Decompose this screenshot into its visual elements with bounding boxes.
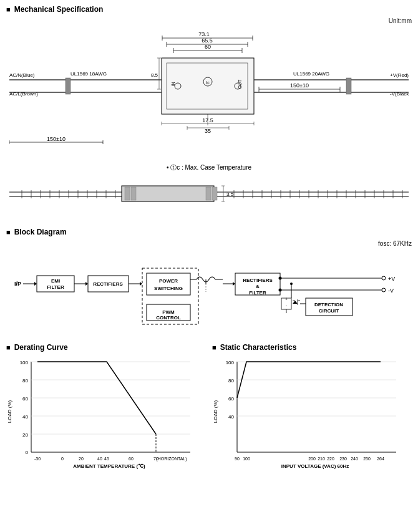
mechanical-drawing: 73.1 65.5 60 150±10 tc IN OUT 8.5 — [9, 27, 409, 161]
svg-text:220: 220 — [327, 457, 334, 461]
svg-text:240: 240 — [351, 457, 358, 461]
svg-text:UL1569 18AWG: UL1569 18AWG — [70, 71, 107, 77]
svg-rect-39 — [66, 78, 70, 94]
unit-label: Unit:mm — [6, 17, 412, 24]
static-characteristics-svg: 100 80 60 40 90 100 200 210 220 230 240 … — [212, 355, 402, 471]
svg-text:CONTROL: CONTROL — [156, 315, 181, 321]
svg-text:&: & — [256, 284, 260, 289]
svg-text:I/P: I/P — [14, 281, 21, 287]
svg-text:PWM: PWM — [162, 309, 175, 315]
svg-text:60: 60 — [22, 396, 28, 402]
svg-text:EMI: EMI — [51, 278, 60, 284]
svg-text:200: 200 — [308, 457, 316, 461]
svg-text:(HORIZONTAL): (HORIZONTAL) — [156, 457, 187, 462]
svg-text:-30: -30 — [34, 457, 41, 461]
svg-rect-69 — [206, 187, 211, 200]
svg-text:LOAD (%): LOAD (%) — [213, 400, 218, 423]
svg-point-140 — [382, 276, 386, 280]
static-characteristics-container: Static Characteristics 100 80 60 40 90 1… — [212, 343, 412, 472]
svg-text:8.5: 8.5 — [151, 72, 158, 78]
svg-text:80: 80 — [228, 378, 234, 384]
svg-marker-120 — [233, 282, 235, 286]
svg-text:40: 40 — [97, 457, 102, 461]
svg-marker-129 — [293, 301, 298, 304]
svg-rect-67 — [125, 187, 130, 200]
svg-text:73.1: 73.1 — [198, 31, 210, 37]
svg-text:INPUT VOLTAGE (VAC) 60Hz: INPUT VOLTAGE (VAC) 60Hz — [281, 463, 349, 469]
svg-rect-42 — [346, 78, 351, 94]
derating-curve-container: Derating Curve 100 80 60 40 20 0 — [6, 343, 206, 472]
svg-text:60: 60 — [129, 457, 134, 461]
svg-text:80: 80 — [22, 378, 28, 384]
svg-text:AC/L(Brown): AC/L(Brown) — [9, 91, 38, 97]
svg-point-138 — [279, 277, 282, 280]
svg-text:-V: -V — [388, 288, 394, 294]
svg-text:+: + — [285, 297, 288, 301]
svg-text:FILTER: FILTER — [47, 284, 64, 290]
charts-section: Derating Curve 100 80 60 40 20 0 — [6, 343, 412, 472]
svg-text:35: 35 — [205, 128, 211, 134]
svg-rect-70 — [212, 187, 217, 200]
svg-point-141 — [382, 288, 386, 292]
svg-text:60: 60 — [228, 396, 234, 402]
svg-rect-68 — [131, 187, 136, 200]
block-diagram-svg: I/P EMI FILTER RECTIFIERS POWER SWITCHIN… — [9, 249, 409, 331]
svg-text:+V(Red): +V(Red) — [390, 72, 409, 78]
mechanical-section: Mechanical Specification Unit:mm 73.1 65… — [6, 5, 412, 215]
svg-text:DETECTION: DETECTION — [314, 302, 343, 307]
svg-text:150±10: 150±10 — [290, 82, 309, 89]
svg-marker-103 — [85, 282, 88, 286]
svg-text:210: 210 — [318, 457, 325, 461]
svg-point-146 — [290, 283, 293, 285]
svg-text:230: 230 — [339, 457, 347, 461]
svg-text:tc: tc — [206, 80, 210, 85]
derating-curve-svg: 100 80 60 40 20 0 -30 0 20 40 45 — [6, 355, 197, 471]
svg-text:AC/N(Blue): AC/N(Blue) — [9, 72, 35, 78]
block-diagram-section: Block Diagram fosc: 67KHz I/P EMI FILTER… — [6, 228, 412, 331]
svg-text:65.5: 65.5 — [202, 37, 213, 44]
svg-text:250: 250 — [363, 457, 371, 461]
fosc-label: fosc: 67KHz — [6, 240, 412, 247]
svg-text:100: 100 — [226, 360, 235, 365]
svg-text:17.5: 17.5 — [202, 117, 213, 123]
svg-marker-98 — [34, 282, 37, 286]
svg-text:POWER: POWER — [159, 278, 178, 284]
side-view-drawing: 3.5 — [9, 175, 409, 215]
svg-text:IN: IN — [171, 82, 175, 87]
static-characteristics-title: Static Characteristics — [212, 343, 412, 352]
svg-text:CIRCUIT: CIRCUIT — [319, 308, 339, 314]
derating-curve-title: Derating Curve — [6, 343, 206, 352]
svg-text:UL1569 20AWG: UL1569 20AWG — [293, 71, 329, 77]
svg-text:20: 20 — [22, 432, 28, 438]
mechanical-title: Mechanical Specification — [6, 5, 412, 14]
svg-point-139 — [279, 289, 282, 292]
svg-text:100: 100 — [20, 360, 29, 365]
svg-text:0: 0 — [26, 450, 29, 455]
svg-text:150±10: 150±10 — [47, 136, 66, 142]
svg-text:40: 40 — [228, 414, 234, 420]
svg-text:60: 60 — [205, 44, 211, 50]
svg-text:90: 90 — [235, 457, 240, 461]
svg-text:45: 45 — [104, 457, 109, 461]
svg-text:264: 264 — [377, 457, 384, 461]
svg-text:OUT: OUT — [238, 79, 242, 89]
block-diagram-title: Block Diagram — [6, 228, 412, 236]
svg-text:SWITCHING: SWITCHING — [154, 286, 183, 291]
svg-text:100: 100 — [243, 457, 250, 461]
svg-text:-V(Black): -V(Black) — [390, 91, 409, 97]
svg-text:20: 20 — [79, 457, 84, 461]
svg-text:0: 0 — [61, 457, 64, 461]
svg-text:40: 40 — [22, 414, 28, 420]
svg-text:RECTIFIERS: RECTIFIERS — [93, 281, 123, 287]
svg-marker-107 — [140, 282, 142, 286]
svg-rect-109 — [147, 273, 190, 295]
svg-text:+V: +V — [388, 276, 395, 282]
svg-text:FILTER: FILTER — [249, 290, 266, 296]
svg-text:AMBIENT TEMPERATURE (℃): AMBIENT TEMPERATURE (℃) — [73, 463, 145, 469]
svg-text:RECTIFIERS: RECTIFIERS — [243, 278, 273, 283]
svg-text:LOAD (%): LOAD (%) — [7, 400, 12, 423]
tc-note: • ⓣc : Max. Case Temperature — [6, 163, 412, 172]
